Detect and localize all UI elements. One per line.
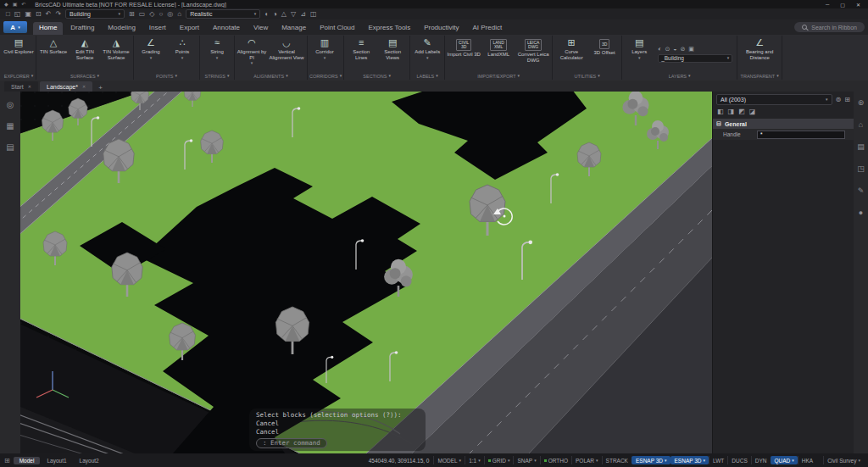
panel-options-icon[interactable]: ⊞ [844, 97, 850, 103]
corridor-button[interactable]: ▥ Corridor ▾ [309, 36, 340, 72]
sheets-icon[interactable]: ▤ [6, 142, 14, 152]
convert-leica-dwg-button[interactable]: LEICA DWG Convert Leica DWG [516, 36, 550, 72]
group-label-import-export[interactable]: IMPORT/EXPORT▾ [447, 72, 550, 80]
workspace-combo[interactable]: Building ▾ [65, 9, 125, 19]
toggle-strack[interactable]: STRACK [602, 456, 632, 464]
toggle-snap[interactable]: SNAP▾ [513, 456, 539, 464]
group-label-surfaces[interactable]: SURFACES▾ [38, 72, 131, 80]
tab-manage[interactable]: Manage [275, 22, 312, 35]
curve-calculator-button[interactable]: ⊞ Curve Calculator [554, 36, 588, 72]
section-general[interactable]: ⊟ General [713, 119, 854, 129]
circle-tool-icon[interactable]: ○ [159, 11, 164, 18]
group-label-alignments[interactable]: ALIGNMENTS▾ [236, 72, 305, 80]
center-snap-icon[interactable]: ◎ [167, 11, 173, 18]
filter-all-icon[interactable]: ◧ [717, 108, 724, 115]
doc-tab-landscape[interactable]: Landscape* ✕ [40, 81, 92, 92]
measure-icon[interactable]: ⊿ [300, 11, 306, 18]
import-civil3d-button[interactable]: CIVIL 3D Import Civil 3D [447, 36, 481, 72]
tab-drafting[interactable]: Drafting [64, 22, 100, 35]
properties-panel-icon[interactable]: ▤ [857, 142, 865, 151]
tab-home[interactable]: Home [33, 22, 63, 35]
tab-insert[interactable]: Insert [143, 22, 172, 35]
filter-misc-icon[interactable]: ◪ [749, 108, 756, 115]
string-button[interactable]: ≈ String ▾ [202, 36, 232, 72]
layout-panel-icon[interactable]: ◳ [857, 164, 865, 173]
grading-button[interactable]: ∠ Grading ▾ [136, 36, 166, 72]
home-view-icon[interactable]: ⌂ [177, 11, 181, 18]
toggle-annotation-scale[interactable]: 1:1▾ [465, 456, 484, 464]
settings-icon[interactable]: ⊛ [858, 98, 865, 107]
group-label-points[interactable]: POINTS▾ [136, 72, 198, 80]
tab-view[interactable]: View [248, 22, 274, 35]
tips-icon[interactable]: ◎ [7, 100, 14, 109]
section-lines-button[interactable]: ≡ Section Lines [346, 36, 376, 72]
layer-isolate-icon[interactable]: ⊘ [680, 46, 685, 52]
layer-combo[interactable]: _Building ▾ [658, 54, 732, 63]
toggle-lwt[interactable]: LWT [709, 456, 727, 464]
group-label-strings[interactable]: STRINGS▾ [202, 72, 232, 80]
group-label-sections[interactable]: SECTIONS▾ [346, 72, 408, 80]
handle-value-field[interactable]: * [757, 131, 845, 139]
group-label-labels[interactable]: LABELS▾ [412, 72, 442, 80]
bearing-distance-button[interactable]: ∠ Bearing and Distance [739, 36, 780, 72]
open-file-icon[interactable]: ◱ [14, 11, 21, 18]
toggle-ducs[interactable]: DUCS [727, 456, 750, 464]
offset-3d-button[interactable]: 3D 3D Offset [589, 36, 620, 72]
annotate-panel-icon[interactable]: ✎ [858, 186, 865, 195]
polygon-tool-icon[interactable]: ◇ [149, 11, 154, 18]
visual-style-combo[interactable]: Realistic ▾ [186, 9, 260, 19]
tab-ai-predict[interactable]: AI Predict [467, 22, 509, 35]
toggle-grid[interactable]: GRID▾ [484, 456, 514, 464]
toggle-dyn[interactable]: DYN [751, 456, 771, 464]
toggle-quad[interactable]: QUAD▾ [771, 456, 798, 464]
close-button[interactable]: ✕ [853, 2, 864, 8]
tin-surface-button[interactable]: △ TIN Surface [38, 36, 69, 72]
tab-modeling[interactable]: Modeling [102, 22, 141, 35]
light-icon[interactable]: ◑ [273, 11, 277, 18]
panels-icon[interactable]: ▦ [6, 121, 14, 131]
new-tab-button[interactable]: + [94, 84, 107, 92]
undo-icon[interactable]: ↶ [46, 11, 52, 18]
record-icon[interactable]: ● [859, 208, 863, 217]
select-objects-icon[interactable]: ⊚ [836, 97, 842, 103]
plot-icon[interactable]: ⊡ [36, 11, 42, 18]
layer-lock-icon[interactable]: ◒ [673, 46, 676, 52]
layer-freeze-icon[interactable]: ⊙ [665, 46, 670, 52]
layer-on-icon[interactable]: ◐ [658, 46, 661, 52]
edit-tin-surface-button[interactable]: ◭ Edit TIN Surface [70, 36, 100, 72]
alignment-by-pi-button[interactable]: ◠ Alignment by PI ▾ [236, 36, 267, 72]
filter-style-icon[interactable]: ◩ [738, 108, 745, 115]
group-label-explorer[interactable]: EXPLORER▾ [3, 72, 34, 80]
group-label-layers[interactable]: LAYERS▾ [624, 72, 735, 80]
redo-icon[interactable]: ↷ [55, 11, 61, 18]
command-input[interactable]: : Enter command [256, 438, 327, 448]
civil-survey-menu[interactable]: Civil Survey▾ [823, 456, 864, 464]
group-label-transparent[interactable]: TRANSPARENT▾ [739, 72, 780, 80]
look-icon[interactable]: ▽ [291, 11, 296, 18]
rectangle-tool-icon[interactable]: ▭ [139, 11, 146, 18]
home-panel-icon[interactable]: ⌂ [859, 120, 863, 129]
add-labels-button[interactable]: ✎ Add Labels ▾ [412, 36, 442, 72]
viewport-canvas[interactable] [20, 92, 712, 453]
tab-productivity[interactable]: Productivity [418, 22, 465, 35]
toggle-model-space[interactable]: MODEL▾ [433, 456, 465, 464]
group-label-utilities[interactable]: UTILITIES▾ [554, 72, 620, 80]
layout-grid-icon[interactable]: ⊞ [4, 457, 10, 464]
ribbon-search[interactable]: Search in Ribbon [794, 22, 865, 32]
orbit-icon[interactable]: △ [281, 11, 287, 18]
toggle-hka[interactable]: HKA [798, 456, 816, 464]
snap-settings-icon[interactable]: ⊞ [129, 11, 135, 18]
doc-tab-start[interactable]: Start ✕ [4, 81, 38, 92]
command-line[interactable]: Select blocks (selection options (?)): C… [249, 409, 426, 451]
app-menu-button[interactable]: A ▾ [3, 21, 27, 33]
landxml-button[interactable]: LAND XML LandXML [481, 36, 515, 72]
tab-express-tools[interactable]: Express Tools [362, 22, 416, 35]
filter-geometry-icon[interactable]: ◨ [728, 108, 735, 115]
window-layout-icon[interactable]: ◫ [310, 11, 317, 18]
layer-state-icon[interactable]: ▣ [688, 46, 694, 52]
new-file-icon[interactable]: □ [6, 11, 10, 18]
toggle-polar[interactable]: POLAR▾ [571, 456, 602, 464]
layout2-tab[interactable]: Layout2 [74, 457, 105, 464]
save-file-icon[interactable]: ▣ [25, 11, 31, 18]
minimize-button[interactable]: ─ [822, 2, 832, 7]
